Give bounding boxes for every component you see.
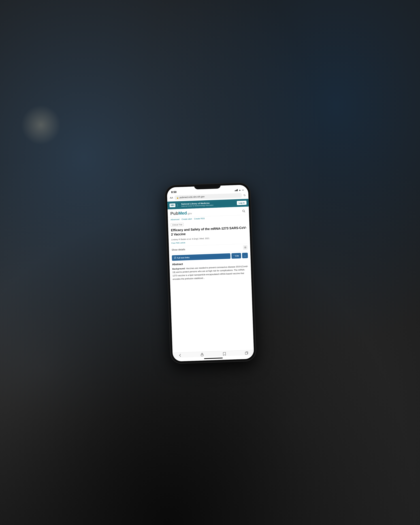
nih-text-area: National Library of Medicine National Ce…: [181, 202, 213, 207]
show-details-text[interactable]: Show details: [172, 248, 185, 252]
status-icons: ▲ ▭: [235, 189, 244, 191]
pubmed-dot: M: [178, 211, 182, 216]
gear-button[interactable]: [243, 245, 248, 250]
show-details-bar[interactable]: Show details: [171, 244, 248, 254]
svg-point-2: [245, 247, 246, 248]
nav-create-rss[interactable]: Create RSS: [194, 217, 205, 220]
cite-label: Cite: [235, 254, 239, 257]
external-link-icon: [174, 257, 176, 259]
font-size-control[interactable]: AA: [170, 196, 173, 199]
battery-icon: ▭: [242, 189, 244, 191]
phone-device: 8:50 ▲ ▭ AA 🔒 pubmed.ncbi.nl: [165, 183, 256, 364]
journal-text: N Engl J Med. 2021.: [192, 237, 210, 240]
abstract-text: Background: Vaccines are needed to preve…: [172, 265, 249, 281]
phone-screen: 8:50 ▲ ▭ AA 🔒 pubmed.ncbi.nl: [167, 185, 254, 362]
phone-notch: [194, 184, 221, 189]
action-buttons: Full text links " Cite ...: [172, 253, 248, 261]
content-area: PubMed.gov Advanced Create alert Create …: [168, 206, 254, 358]
full-text-links-button[interactable]: Full text links: [172, 253, 230, 261]
clinical-trial-badge: Clinical Trial: [171, 223, 184, 226]
nih-bracket: 〉: [177, 203, 180, 207]
svg-line-1: [244, 212, 245, 212]
cite-button[interactable]: " Cite: [231, 253, 241, 259]
pubmed-pub: Pub: [170, 211, 178, 216]
back-button[interactable]: [177, 354, 183, 357]
login-button[interactable]: Log in: [237, 201, 246, 205]
search-button[interactable]: [241, 208, 246, 214]
refresh-icon[interactable]: ↻: [243, 194, 246, 197]
url-text: pubmed.ncbi.nlm.nih.gov: [179, 195, 205, 199]
light-glow: [21, 105, 61, 145]
nih-box-label: NIH: [169, 203, 175, 207]
svg-point-0: [243, 210, 244, 212]
status-time: 8:50: [171, 190, 177, 194]
url-box[interactable]: 🔒 pubmed.ncbi.nlm.nih.gov: [175, 193, 242, 200]
pubmed-gov: .gov: [187, 212, 192, 215]
abstract-background-label: Background:: [172, 267, 185, 270]
quote-icon: ": [233, 255, 234, 257]
share-button[interactable]: [199, 353, 205, 356]
authors-text: Lindsey R Baden et al.: [171, 238, 191, 241]
phone-wrapper: 8:50 ▲ ▭ AA 🔒 pubmed.ncbi.nl: [165, 183, 256, 364]
full-text-links-label: Full text links: [177, 256, 189, 259]
tabs-button[interactable]: [243, 351, 250, 355]
nih-logo-area: NIH 〉 National Library of Medicine Natio…: [169, 202, 214, 208]
abstract-section: Abstract Background: Vaccines are needed…: [172, 260, 248, 281]
bookmarks-button[interactable]: [221, 352, 228, 356]
nav-advanced[interactable]: Advanced: [170, 218, 179, 221]
nav-create-alert[interactable]: Create alert: [181, 218, 192, 220]
svg-rect-4: [245, 352, 247, 355]
home-bar: [204, 357, 223, 359]
more-button[interactable]: ...: [242, 253, 248, 258]
article-title: Efficacy and Safety of the mRNA-1273 SAR…: [171, 225, 247, 237]
wifi-icon: ▲: [239, 189, 241, 191]
signal-bars-icon: [235, 189, 238, 191]
lock-icon: 🔒: [176, 197, 179, 199]
article-content: Clinical Trial Efficacy and Safety of th…: [168, 219, 254, 353]
pubmed-logo: PubMed.gov: [170, 210, 192, 216]
pubmed-med: ed: [182, 211, 187, 216]
